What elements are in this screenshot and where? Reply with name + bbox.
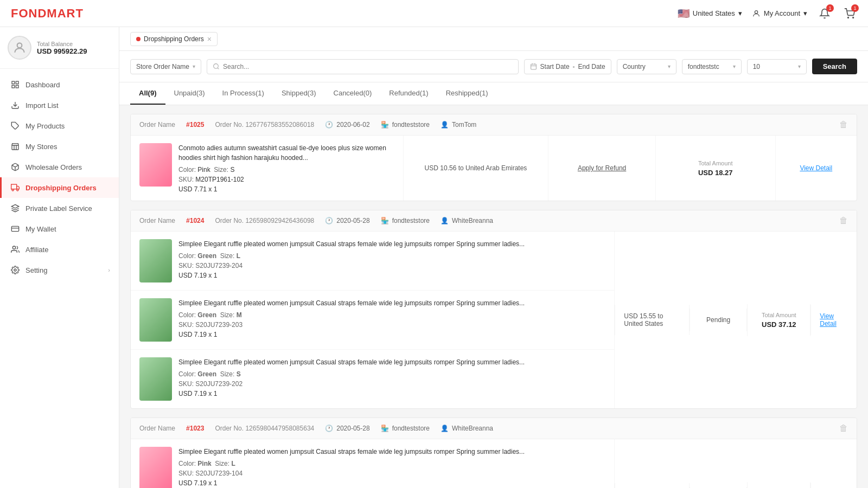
order-tab-shipped[interactable]: Shipped(3) <box>273 82 325 105</box>
order-products-row: Simplee Elegant ruffle pleated women jum… <box>131 439 857 488</box>
sidebar-item-label: Dropshipping Orders <box>25 184 97 192</box>
delete-order-button[interactable]: 🗑 <box>839 216 848 226</box>
box-icon <box>10 162 20 172</box>
notification-bell[interactable]: 1 <box>817 6 832 21</box>
orders-list: Order Name #1025 Order No. 1267767583552… <box>119 105 868 488</box>
sidebar-item-private-label-service[interactable]: Private Label Service <box>0 198 119 219</box>
product-price: USD 7.19 x 1 <box>178 272 525 279</box>
store-filter[interactable]: fondteststc ▾ <box>682 59 742 74</box>
tab-dot <box>136 37 141 41</box>
store-icon <box>10 142 20 151</box>
order-tab-refunded[interactable]: Refunded(1) <box>380 82 437 105</box>
view-detail-button[interactable]: View Detail <box>800 164 832 172</box>
total-label: Total Amount <box>762 312 796 318</box>
sidebar-item-wholesale-orders[interactable]: Wholesale Orders <box>0 157 119 177</box>
product-image <box>139 239 172 282</box>
total-value: USD 37.12 <box>762 320 796 329</box>
store-order-name-filter[interactable]: Store Order Name ▾ <box>130 59 201 74</box>
country-filter[interactable]: Country ▾ <box>617 59 676 74</box>
cart-button[interactable]: 1 <box>842 6 857 21</box>
order-store: 🏪 fondteststore <box>381 121 430 129</box>
sidebar-item-my-stores[interactable]: My Stores <box>0 136 119 157</box>
order-tabs: All(9) Unpaid(3) In Process(1) Shipped(3… <box>119 82 868 105</box>
logo[interactable]: FONDMART <box>11 7 84 21</box>
order-name-value: #1023 <box>186 425 204 432</box>
order-tab-unpaid[interactable]: Unpaid(3) <box>165 82 214 105</box>
product-info: Simplee Elegant ruffle pleated women jum… <box>178 447 525 487</box>
order-right-cols: USD 15.55 to United States Pending Total… <box>615 439 857 488</box>
clock-icon: 🕐 <box>325 217 333 224</box>
gear-icon <box>10 265 20 275</box>
product-info: Conmoto adies autumn sweatshirt casual t… <box>178 143 394 193</box>
truck-icon <box>10 183 20 192</box>
order-date: 🕐 2020-05-28 <box>325 217 369 224</box>
order-tab-all[interactable]: All(9) <box>130 82 165 105</box>
balance-value: USD 995922.29 <box>37 47 87 55</box>
order-customer: 👤 WhiteBreanna <box>441 217 493 224</box>
sidebar-item-my-wallet[interactable]: My Wallet <box>0 219 119 239</box>
product-name: Simplee Elegant ruffle pleated women jum… <box>178 298 525 308</box>
product-image <box>139 447 172 488</box>
calendar-icon <box>530 63 537 70</box>
order-customer: 👤 WhiteBreanna <box>441 425 493 432</box>
date-range-filter[interactable]: Start Date - End Date <box>524 59 611 74</box>
order-block: Order Name #1025 Order No. 1267767583552… <box>130 114 857 201</box>
page-tab-dropshipping-orders[interactable]: Dropshipping Orders × <box>130 32 218 46</box>
sidebar-item-affiliate[interactable]: Affiliate <box>0 239 119 260</box>
sidebar-item-dropshipping-orders[interactable]: Dropshipping Orders <box>0 177 119 198</box>
order-name-label: Order Name <box>139 425 175 432</box>
sidebar-item-setting[interactable]: Setting › <box>0 260 119 280</box>
order-date: 🕐 2020-06-02 <box>325 121 369 129</box>
svg-rect-15 <box>11 226 18 231</box>
account-label: My Account <box>764 9 800 17</box>
country-selector[interactable]: 🇺🇸 United States ▾ <box>678 8 742 20</box>
status-section[interactable]: Apply for Refund <box>548 136 655 201</box>
order-tab-reshipped[interactable]: Reshipped(1) <box>437 82 497 105</box>
order-date: 🕐 2020-05-28 <box>325 425 369 432</box>
per-page-filter[interactable]: 10 ▾ <box>747 59 807 74</box>
country-label: United States <box>693 9 735 17</box>
sidebar-item-label: Affiliate <box>25 246 48 254</box>
avatar-icon <box>12 41 27 55</box>
end-date-label: End Date <box>578 63 605 70</box>
country-label: Country <box>623 63 646 70</box>
search-icon <box>213 63 220 70</box>
search-button[interactable]: Search <box>812 59 857 74</box>
sidebar-item-dashboard[interactable]: Dashboard <box>0 74 119 95</box>
order-right-cols: USD 15.55 to United States Pending Total… <box>615 232 857 408</box>
account-menu[interactable]: My Account ▾ <box>752 9 807 18</box>
sidebar-item-label: Dashboard <box>25 81 60 89</box>
chevron-down-icon: ▾ <box>803 9 807 17</box>
product-image <box>139 143 172 187</box>
order-store: 🏪 fondteststore <box>381 425 430 432</box>
order-no-label: Order No. 1265980447958085634 <box>215 425 314 432</box>
sidebar-item-import-list[interactable]: Import List <box>0 95 119 115</box>
view-detail-button[interactable]: View Detail <box>820 312 848 328</box>
order-tab-canceled[interactable]: Canceled(0) <box>325 82 381 105</box>
sidebar-item-my-products[interactable]: My Products <box>0 115 119 136</box>
sidebar-item-label: My Products <box>25 122 65 130</box>
sidebar-item-label: Import List <box>25 101 59 110</box>
shipping-section: USD 15.55 to United States <box>615 305 690 335</box>
product-sku: SKU: S20JU7239-104 <box>178 470 525 477</box>
sidebar-item-label: My Wallet <box>25 225 56 233</box>
users-icon <box>10 245 20 254</box>
svg-point-14 <box>17 189 18 191</box>
product-sku: SKU: S20JU7239-203 <box>178 321 525 329</box>
tag-icon <box>10 121 20 131</box>
total-label: Total Amount <box>698 160 733 166</box>
search-input-wrapper[interactable] <box>207 59 519 74</box>
delete-order-button[interactable]: 🗑 <box>839 120 848 130</box>
close-icon[interactable]: × <box>207 35 212 43</box>
search-input[interactable] <box>223 63 277 70</box>
product-image <box>139 298 172 342</box>
product-sku: SKU: S20JU7239-204 <box>178 262 525 269</box>
shipping-section: USD 10.56 to United Arab Emirates <box>403 136 548 201</box>
order-store: 🏪 fondteststore <box>381 217 430 224</box>
delete-order-button[interactable]: 🗑 <box>839 423 848 433</box>
product-row-item: Simplee Elegant ruffle pleated women jum… <box>131 291 614 350</box>
order-no-label: Order No. 1267767583552086018 <box>215 121 314 129</box>
action-section: View Detail <box>810 305 857 335</box>
order-tab-in-process[interactable]: In Process(1) <box>214 82 273 105</box>
products-column: Simplee Elegant ruffle pleated women jum… <box>131 232 615 408</box>
